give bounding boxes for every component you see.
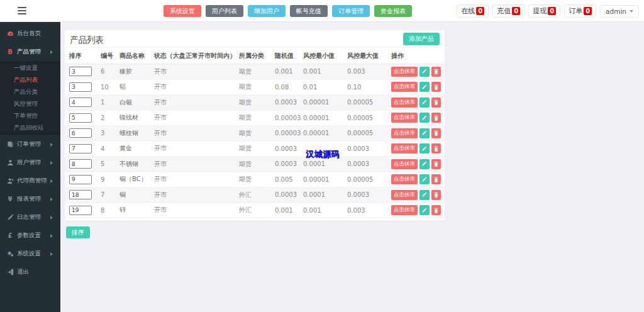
risk-min-cell: 0.00001 xyxy=(303,114,347,121)
column-header: 风控最小值 xyxy=(303,52,347,60)
edit-button[interactable] xyxy=(419,190,430,200)
toggle-market-button[interactable]: 点击休市 xyxy=(391,159,418,169)
toggle-market-button[interactable]: 点击休市 xyxy=(391,128,418,138)
stat-item[interactable]: 充值0 xyxy=(492,4,525,18)
product-name-cell: 锌 xyxy=(119,206,154,214)
sort-order-input[interactable] xyxy=(69,113,92,123)
sidebar-subitem[interactable]: 下单管控 xyxy=(0,110,60,122)
sidebar-item[interactable]: 系统设置 xyxy=(0,245,60,263)
users-icon xyxy=(6,159,14,167)
sidebar-item[interactable]: 用户管理 xyxy=(0,153,60,172)
edit-button[interactable] xyxy=(419,113,430,123)
table-row: 3 螺纹钢 开市 期货 0.00003 0.00001 0.00005 点击休市 xyxy=(65,126,445,142)
sidebar-subitem[interactable]: 产品分类 xyxy=(0,86,60,98)
sort-order-input[interactable] xyxy=(69,144,92,153)
edit-button[interactable] xyxy=(419,205,430,215)
trash-icon xyxy=(433,84,439,90)
delete-button[interactable] xyxy=(431,174,441,184)
sort-order-input[interactable] xyxy=(69,159,92,169)
table-header-row: 排序 编号 商品名称 状态（大盘正常开市时间内） 所属分类 随机值 风控最小值 … xyxy=(65,48,445,64)
delete-button[interactable] xyxy=(431,205,441,215)
sidebar-subitem[interactable]: 一键设置 xyxy=(0,62,60,74)
delete-button[interactable] xyxy=(431,98,441,108)
trash-icon xyxy=(433,177,439,182)
sort-order-input[interactable] xyxy=(69,82,92,92)
edit-button[interactable] xyxy=(419,128,430,138)
chevron-right-icon xyxy=(50,198,53,201)
quick-button[interactable]: 资金报表 xyxy=(374,5,412,17)
product-id-cell: 5 xyxy=(101,160,119,167)
category-cell: 期货 xyxy=(239,175,275,184)
toggle-market-button[interactable]: 点击休市 xyxy=(391,67,418,77)
stat-item[interactable]: 在线0 xyxy=(457,4,489,18)
edit-button[interactable] xyxy=(419,174,430,184)
category-cell: 期货 xyxy=(239,144,275,153)
quick-button[interactable]: 增加用户 xyxy=(248,5,286,17)
edit-button[interactable] xyxy=(419,98,430,108)
status-cell: 开市 xyxy=(154,160,239,169)
toggle-market-button[interactable]: 点击休市 xyxy=(391,98,418,108)
toggle-market-button[interactable]: 点击休市 xyxy=(391,174,418,184)
stat-badge: 0 xyxy=(512,7,520,15)
delete-button[interactable] xyxy=(431,190,441,200)
sidebar-subitem[interactable]: 风控管理 xyxy=(0,98,60,110)
toggle-market-button[interactable]: 点击休市 xyxy=(391,113,418,123)
sort-order-input[interactable] xyxy=(69,98,92,107)
orders-icon xyxy=(6,141,14,148)
hamburger-menu-icon[interactable] xyxy=(18,7,26,14)
edit-button[interactable] xyxy=(419,67,430,77)
delete-button[interactable] xyxy=(431,159,441,169)
delete-button[interactable] xyxy=(431,67,441,77)
delete-button[interactable] xyxy=(431,113,441,123)
sidebar-item[interactable]: £参数设置 xyxy=(0,226,60,245)
sidebar-item[interactable]: 日志管理 xyxy=(0,208,60,226)
stat-item[interactable]: 订单0 xyxy=(564,4,596,18)
toggle-market-button[interactable]: 点击休市 xyxy=(391,143,418,153)
toggle-market-button[interactable]: 点击休市 xyxy=(391,82,418,92)
sidebar-item[interactable]: 退出 xyxy=(0,263,60,281)
table-row: 10 铝 开市 期货 0.08 0.01 0.10 点击休市 xyxy=(65,80,445,96)
risk-min-cell: 0.001 xyxy=(303,207,347,214)
sidebar-subitem[interactable]: 产品回收站 xyxy=(0,122,60,134)
quick-button[interactable]: 订单管理 xyxy=(332,5,370,17)
edit-button[interactable] xyxy=(419,82,430,92)
random-value-cell: 0.005 xyxy=(275,176,303,183)
delete-button[interactable] xyxy=(431,82,441,92)
edit-button[interactable] xyxy=(419,143,430,153)
sort-order-input[interactable] xyxy=(69,128,92,138)
risk-min-cell: 0.00001 xyxy=(303,130,347,136)
logout-icon xyxy=(6,269,14,276)
risk-max-cell: 0.00005 xyxy=(347,99,391,106)
stat-item[interactable]: 提现0 xyxy=(528,4,560,18)
stat-label: 充值 xyxy=(497,6,511,16)
quick-button[interactable]: 用户列表 xyxy=(206,5,243,17)
random-value-cell: 0.0003 xyxy=(275,99,303,106)
sort-order-input[interactable] xyxy=(69,175,92,184)
sort-submit-button[interactable]: 排序 xyxy=(66,226,90,238)
toggle-market-button[interactable]: 点击休市 xyxy=(391,190,418,200)
toggle-market-button[interactable]: 点击休市 xyxy=(391,205,418,215)
add-product-button[interactable]: 添加产品 xyxy=(403,33,440,45)
admin-user-menu[interactable]: admin xyxy=(600,5,639,18)
sort-order-input[interactable] xyxy=(69,67,92,76)
pencil-icon xyxy=(421,146,427,152)
sidebar-item[interactable]: 后台首页 xyxy=(0,25,60,43)
category-cell: 外汇 xyxy=(239,191,275,199)
chevron-right-icon xyxy=(50,216,53,220)
quick-button[interactable]: 系统设置 xyxy=(164,5,201,17)
chevron-right-icon xyxy=(50,179,53,183)
sidebar-subitem[interactable]: 产品列表 xyxy=(0,74,60,86)
trash-icon xyxy=(433,69,439,74)
logs-icon xyxy=(6,214,14,221)
sort-order-input[interactable] xyxy=(69,206,92,215)
quick-button[interactable]: 帐号充值 xyxy=(290,5,328,17)
sidebar-item[interactable]: ¥报表管理 xyxy=(0,190,60,208)
sidebar-item[interactable]: 订单管理 xyxy=(0,135,60,153)
edit-button[interactable] xyxy=(419,159,430,169)
sidebar-item[interactable]: B产品管理 xyxy=(0,43,60,61)
delete-button[interactable] xyxy=(431,128,441,138)
sidebar-item[interactable]: 代理商管理 xyxy=(0,172,60,190)
delete-button[interactable] xyxy=(431,143,441,153)
sort-order-input[interactable] xyxy=(69,190,92,199)
stat-badge: 0 xyxy=(476,7,484,15)
